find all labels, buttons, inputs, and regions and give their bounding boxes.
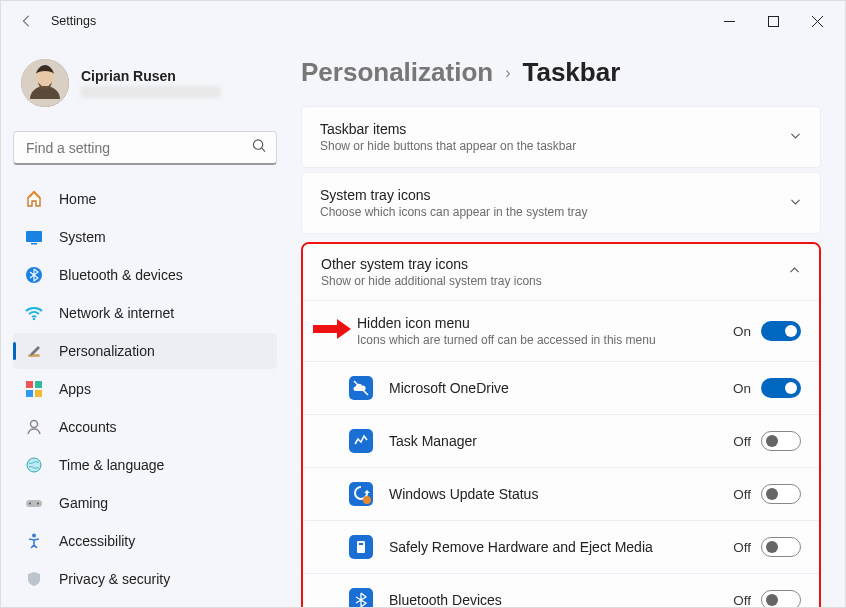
btdevices-toggle[interactable]: [761, 590, 801, 607]
maximize-button[interactable]: [751, 5, 795, 37]
user-email-redacted: [81, 86, 221, 98]
tray-row-onedrive: Microsoft OneDriveOn: [303, 361, 819, 414]
sidebar-item-privacy[interactable]: Privacy & security: [13, 561, 277, 597]
close-icon: [812, 16, 823, 27]
minimize-icon: [724, 16, 735, 27]
search-input[interactable]: [13, 131, 277, 165]
minimize-button[interactable]: [707, 5, 751, 37]
svg-rect-12: [35, 381, 42, 388]
svg-point-15: [31, 421, 38, 428]
onedrive-icon: [349, 376, 373, 400]
sidebar-item-label: System: [59, 229, 106, 245]
svg-point-16: [27, 458, 41, 472]
svg-line-5: [262, 148, 266, 152]
sidebar-item-label: Apps: [59, 381, 91, 397]
window-controls: [707, 5, 839, 37]
row-title: Safely Remove Hardware and Eject Media: [389, 539, 725, 555]
svg-rect-14: [35, 390, 42, 397]
taskmgr-toggle[interactable]: [761, 431, 801, 451]
chevron-down-icon: [789, 128, 802, 146]
svg-rect-6: [26, 231, 42, 242]
sidebar-item-accessibility[interactable]: Accessibility: [13, 523, 277, 559]
accessibility-icon: [25, 532, 43, 550]
sidebar-item-label: Home: [59, 191, 96, 207]
sidebar-item-home[interactable]: Home: [13, 181, 277, 217]
hidden-icon-menu-toggle[interactable]: [761, 321, 801, 341]
person-icon: [25, 418, 43, 436]
arrow-left-icon: [20, 14, 34, 28]
chevron-up-icon: [788, 263, 801, 281]
sidebar-item-network[interactable]: Network & internet: [13, 295, 277, 331]
row-title: Bluetooth Devices: [389, 592, 725, 607]
sidebar-item-apps[interactable]: Apps: [13, 371, 277, 407]
apps-icon: [25, 380, 43, 398]
sidebar-item-label: Gaming: [59, 495, 108, 511]
toggle-state-label: Off: [725, 434, 751, 449]
section-sub: Show or hide additional system tray icon…: [321, 274, 788, 288]
svg-rect-13: [26, 390, 33, 397]
sidebar-item-system[interactable]: System: [13, 219, 277, 255]
section-taskbar-items[interactable]: Taskbar items Show or hide buttons that …: [301, 106, 821, 168]
onedrive-toggle[interactable]: [761, 378, 801, 398]
row-title: Windows Update Status: [389, 486, 725, 502]
toggle-state-label: On: [725, 381, 751, 396]
sidebar-item-accounts[interactable]: Accounts: [13, 409, 277, 445]
tray-row-safelyremove: Safely Remove Hardware and Eject MediaOf…: [303, 520, 819, 573]
safelyremove-icon: [349, 535, 373, 559]
section-sub: Show or hide buttons that appear on the …: [320, 139, 789, 153]
svg-rect-17: [26, 500, 42, 507]
section-title: Other system tray icons: [321, 256, 788, 272]
bluetooth-icon: [25, 266, 43, 284]
maximize-icon: [768, 16, 779, 27]
winupdate-toggle[interactable]: [761, 484, 801, 504]
winupdate-icon: [349, 482, 373, 506]
breadcrumb-root[interactable]: Personalization: [301, 57, 493, 88]
window-title: Settings: [51, 14, 96, 28]
user-block[interactable]: Ciprian Rusen: [13, 49, 277, 125]
user-name: Ciprian Rusen: [81, 68, 221, 84]
breadcrumb: Personalization › Taskbar: [301, 57, 821, 88]
sidebar-item-personalization[interactable]: Personalization: [13, 333, 277, 369]
safelyremove-toggle[interactable]: [761, 537, 801, 557]
svg-rect-1: [768, 16, 778, 26]
sidebar-item-label: Bluetooth & devices: [59, 267, 183, 283]
close-button[interactable]: [795, 5, 839, 37]
sidebar-item-label: Accounts: [59, 419, 117, 435]
titlebar: Settings: [1, 1, 845, 41]
section-header[interactable]: Other system tray icons Show or hide add…: [303, 244, 819, 300]
highlight-annotation: Other system tray icons Show or hide add…: [301, 242, 821, 607]
svg-point-19: [37, 503, 39, 505]
back-button[interactable]: [13, 7, 41, 35]
sidebar-item-bluetooth[interactable]: Bluetooth & devices: [13, 257, 277, 293]
sidebar-item-label: Accessibility: [59, 533, 135, 549]
section-sub: Choose which icons can appear in the sys…: [320, 205, 789, 219]
sidebar: Ciprian Rusen Home System Bluetooth & de…: [1, 41, 289, 607]
search-icon: [252, 139, 267, 158]
chevron-right-icon: ›: [505, 64, 510, 82]
row-hidden-icon-menu: Hidden icon menu Icons which are turned …: [303, 301, 819, 361]
section-title: System tray icons: [320, 187, 789, 203]
system-icon: [25, 228, 43, 246]
toggle-state-label: Off: [725, 487, 751, 502]
sidebar-item-gaming[interactable]: Gaming: [13, 485, 277, 521]
sidebar-item-time[interactable]: Time & language: [13, 447, 277, 483]
paint-icon: [25, 342, 43, 360]
svg-rect-11: [26, 381, 33, 388]
sidebar-item-label: Network & internet: [59, 305, 174, 321]
sidebar-item-label: Time & language: [59, 457, 164, 473]
svg-rect-27: [357, 541, 365, 553]
tray-row-btdevices: Bluetooth DevicesOff: [303, 573, 819, 607]
section-system-tray[interactable]: System tray icons Choose which icons can…: [301, 172, 821, 234]
search-wrap: [13, 131, 277, 165]
svg-rect-7: [31, 243, 37, 245]
shield-icon: [25, 570, 43, 588]
toggle-state-label: On: [725, 324, 751, 339]
wifi-icon: [25, 304, 43, 322]
section-title: Taskbar items: [320, 121, 789, 137]
sidebar-item-label: Privacy & security: [59, 571, 170, 587]
toggle-state-label: Off: [725, 593, 751, 608]
arrow-annotation-icon: [313, 319, 351, 343]
svg-point-18: [29, 503, 31, 505]
chevron-down-icon: [789, 194, 802, 212]
svg-rect-28: [359, 543, 363, 545]
